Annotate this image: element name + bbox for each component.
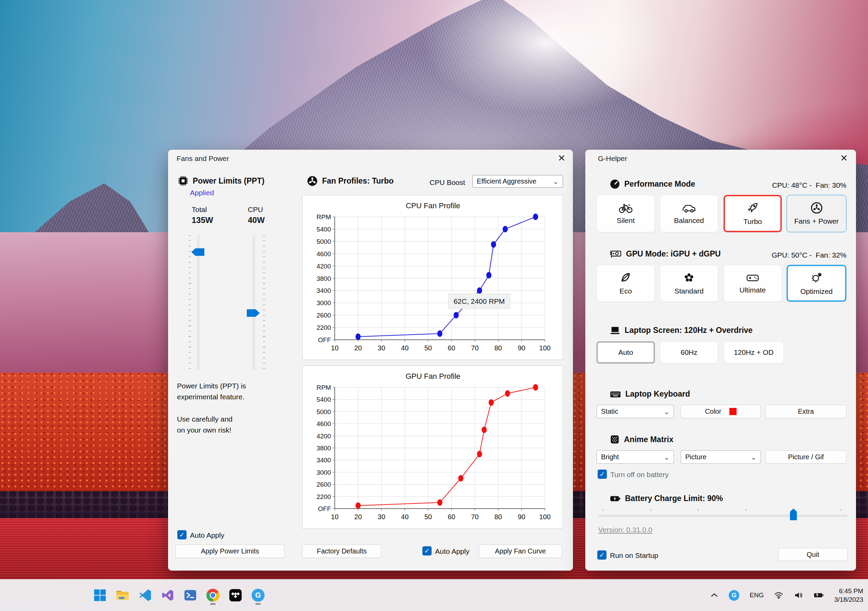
applied-link[interactable]: Applied bbox=[190, 189, 214, 197]
svg-text:100: 100 bbox=[539, 513, 550, 521]
tidal-button[interactable] bbox=[229, 584, 242, 606]
mode-button-fans-power[interactable]: Fans + Power bbox=[787, 195, 846, 232]
matrix-grid-icon bbox=[610, 435, 620, 444]
apply-power-limits-button[interactable]: Apply Power Limits bbox=[175, 544, 284, 558]
cpu-slider-track[interactable] bbox=[253, 235, 255, 370]
visual-studio-button[interactable] bbox=[161, 584, 175, 606]
svg-text:40: 40 bbox=[401, 513, 409, 521]
gpu-fan-chart-svg[interactable]: OFF220026003000340038004200460050005400R… bbox=[302, 366, 563, 529]
close-icon[interactable]: ✕ bbox=[840, 154, 848, 163]
cpu-boost-label: CPU Boost bbox=[429, 179, 465, 187]
keyboard-extra-button[interactable]: Extra bbox=[765, 405, 846, 418]
running-indicator bbox=[210, 603, 215, 605]
power-limits-title: Power Limits (PPT) bbox=[193, 176, 265, 186]
tray-clock[interactable]: 6:45 PM 3/18/2023 bbox=[834, 587, 863, 604]
folder-icon bbox=[116, 589, 129, 601]
check-icon: ✓ bbox=[179, 531, 185, 539]
tray-date: 3/18/2023 bbox=[834, 595, 863, 604]
total-slider-thumb[interactable] bbox=[191, 248, 205, 256]
terminal-button[interactable] bbox=[183, 584, 197, 606]
svg-text:90: 90 bbox=[518, 513, 525, 521]
turn-off-on-battery-checkbox[interactable]: ✓ bbox=[598, 470, 607, 479]
g-helper-tray-icon[interactable]: G bbox=[729, 590, 739, 601]
svg-text:60: 60 bbox=[448, 513, 455, 521]
screen-button-auto[interactable]: Auto bbox=[597, 342, 655, 363]
keyboard-color-button[interactable]: Color bbox=[681, 405, 761, 418]
volume-icon[interactable] bbox=[794, 591, 803, 599]
screen-button-120hz-od[interactable]: 120Hz + OD bbox=[724, 342, 784, 363]
screen-button-60hz[interactable]: 60Hz bbox=[660, 342, 718, 363]
wifi-icon[interactable] bbox=[774, 591, 783, 599]
cpu-slider-ticks bbox=[263, 235, 265, 370]
anime-mode-select[interactable]: Picture ⌄ bbox=[681, 450, 761, 464]
gpu-mode-heading: GPU Mode: iGPU + dGPU bbox=[610, 249, 721, 258]
cpu-boost-select[interactable]: Efficient Aggressive ⌄ bbox=[472, 175, 563, 188]
g-helper-button[interactable]: G bbox=[251, 584, 265, 606]
language-indicator[interactable]: ENG bbox=[750, 591, 764, 599]
auto-apply-power-checkbox[interactable]: ✓ bbox=[177, 530, 186, 539]
chevron-down-icon: ⌄ bbox=[663, 453, 670, 461]
svg-text:50: 50 bbox=[425, 513, 432, 521]
svg-text:3800: 3800 bbox=[316, 445, 331, 452]
apply-fan-curve-button[interactable]: Apply Fan Curve bbox=[479, 544, 562, 558]
svg-text:2200: 2200 bbox=[316, 493, 331, 501]
svg-text:3400: 3400 bbox=[316, 457, 331, 464]
svg-text:80: 80 bbox=[494, 344, 502, 352]
battery-icon[interactable] bbox=[814, 592, 824, 599]
gpu-fan-chart[interactable]: OFF220026003000340038004200460050005400R… bbox=[302, 365, 563, 529]
cpu-temp-status: CPU: 48°C - Fan: 30% bbox=[772, 181, 846, 190]
auto-apply-fan-checkbox[interactable]: ✓ bbox=[422, 546, 432, 555]
total-slider-ticks bbox=[189, 235, 191, 370]
gauge-icon bbox=[610, 179, 620, 189]
cpu-slider-thumb[interactable] bbox=[247, 309, 260, 317]
anime-brightness-value: Bright bbox=[601, 453, 619, 461]
gpu-button-eco[interactable]: Eco bbox=[597, 265, 655, 302]
tray-time: 6:45 PM bbox=[834, 587, 863, 595]
factory-defaults-button[interactable]: Factory Defaults bbox=[302, 544, 381, 558]
anime-brightness-select[interactable]: Bright ⌄ bbox=[597, 450, 674, 464]
vscode-icon bbox=[139, 589, 152, 602]
leaf-icon bbox=[620, 272, 632, 284]
console-icon bbox=[746, 273, 760, 283]
svg-text:4600: 4600 bbox=[316, 250, 331, 258]
mode-button-silent[interactable]: Silent bbox=[597, 195, 655, 232]
cpu-fan-chart[interactable]: OFF220026003000340038004200460050005400R… bbox=[302, 195, 563, 360]
svg-text:4200: 4200 bbox=[316, 432, 331, 440]
svg-text:2600: 2600 bbox=[316, 312, 331, 319]
power-limits-heading: Power Limits (PPT) bbox=[178, 176, 265, 186]
window-title: G-Helper bbox=[598, 154, 627, 163]
running-indicator bbox=[255, 603, 261, 605]
cpu-label: CPU bbox=[248, 205, 263, 214]
svg-text:50: 50 bbox=[425, 344, 432, 352]
rocket-icon bbox=[746, 201, 759, 215]
battery-bolt-icon bbox=[610, 495, 620, 502]
fan-icon bbox=[307, 176, 318, 186]
keyboard-color-label: Color bbox=[705, 407, 722, 415]
total-label: Total bbox=[192, 205, 207, 214]
file-explorer-button[interactable] bbox=[116, 584, 129, 606]
start-button[interactable] bbox=[93, 584, 107, 606]
svg-text:90: 90 bbox=[518, 344, 525, 352]
anime-picture-gif-button[interactable]: Picture / Gif bbox=[765, 450, 846, 464]
mode-button-balanced[interactable]: Balanced bbox=[660, 195, 718, 232]
chevron-up-icon[interactable] bbox=[710, 592, 718, 599]
chrome-button[interactable] bbox=[206, 584, 220, 606]
gpu-button-ultimate[interactable]: Ultimate bbox=[724, 265, 782, 302]
bulb-gear-icon bbox=[810, 271, 823, 284]
vscode-button[interactable] bbox=[138, 584, 152, 606]
gpu-button-optimized[interactable]: Optimized bbox=[787, 265, 846, 302]
system-tray: G ENG bbox=[710, 580, 863, 611]
keyboard-mode-select[interactable]: Static ⌄ bbox=[597, 405, 674, 418]
svg-text:4200: 4200 bbox=[316, 263, 331, 270]
svg-text:GPU Fan Profile: GPU Fan Profile bbox=[406, 372, 460, 381]
mode-button-turbo[interactable]: Turbo bbox=[724, 195, 782, 232]
gpu-button-standard[interactable]: Standard bbox=[660, 265, 718, 302]
cpu-fan-chart-svg[interactable]: OFF220026003000340038004200460050005400R… bbox=[302, 195, 563, 360]
battery-slider-track[interactable] bbox=[598, 515, 847, 517]
anime-matrix-heading: Anime Matrix bbox=[610, 435, 673, 444]
svg-text:5000: 5000 bbox=[316, 238, 331, 245]
version-link[interactable]: Version: 0.31.0.0 bbox=[598, 526, 653, 534]
close-icon[interactable]: ✕ bbox=[558, 154, 566, 163]
quit-button[interactable]: Quit bbox=[778, 548, 848, 561]
run-on-startup-checkbox[interactable]: ✓ bbox=[597, 550, 606, 560]
